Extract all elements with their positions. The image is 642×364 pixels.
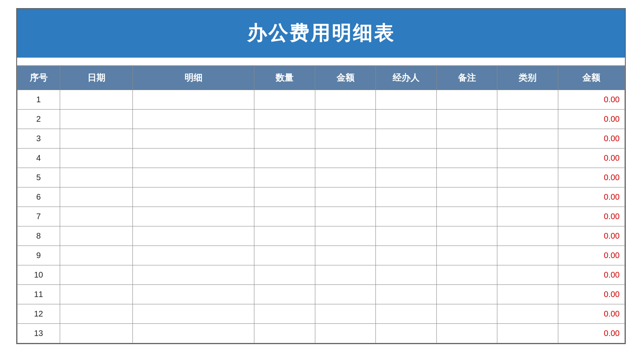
row-cell[interactable] — [376, 207, 437, 226]
row-cell[interactable] — [436, 324, 497, 343]
row-cell[interactable] — [60, 110, 132, 129]
row-cell[interactable] — [60, 207, 132, 226]
row-cell[interactable] — [376, 129, 437, 149]
row-amount[interactable]: 0.00 — [558, 324, 625, 343]
row-index[interactable]: 12 — [17, 304, 60, 324]
row-cell[interactable] — [315, 207, 376, 226]
row-cell[interactable] — [436, 168, 497, 187]
row-amount[interactable]: 0.00 — [558, 187, 625, 207]
row-cell[interactable] — [315, 226, 376, 246]
row-cell[interactable] — [315, 265, 376, 285]
row-cell[interactable] — [133, 285, 254, 304]
row-index[interactable]: 10 — [17, 265, 60, 285]
row-cell[interactable] — [315, 187, 376, 207]
row-cell[interactable] — [436, 285, 497, 304]
row-cell[interactable] — [254, 129, 315, 149]
row-cell[interactable] — [133, 226, 254, 246]
row-cell[interactable] — [60, 304, 132, 324]
row-cell[interactable] — [60, 226, 132, 246]
row-cell[interactable] — [436, 129, 497, 149]
row-cell[interactable] — [60, 149, 132, 168]
row-cell[interactable] — [436, 149, 497, 168]
row-cell[interactable] — [497, 265, 558, 285]
row-cell[interactable] — [436, 246, 497, 265]
row-cell[interactable] — [376, 187, 437, 207]
row-amount[interactable]: 0.00 — [558, 149, 625, 168]
row-cell[interactable] — [60, 285, 132, 304]
row-cell[interactable] — [60, 90, 132, 110]
row-cell[interactable] — [133, 324, 254, 343]
row-cell[interactable] — [497, 168, 558, 187]
row-cell[interactable] — [376, 110, 437, 129]
row-amount[interactable]: 0.00 — [558, 246, 625, 265]
row-index[interactable]: 5 — [17, 168, 60, 187]
row-cell[interactable] — [436, 207, 497, 226]
row-index[interactable]: 2 — [17, 110, 60, 129]
row-cell[interactable] — [376, 324, 437, 343]
row-cell[interactable] — [497, 324, 558, 343]
row-index[interactable]: 9 — [17, 246, 60, 265]
row-cell[interactable] — [436, 304, 497, 324]
row-cell[interactable] — [376, 90, 437, 110]
row-cell[interactable] — [133, 304, 254, 324]
row-cell[interactable] — [497, 129, 558, 149]
row-cell[interactable] — [254, 168, 315, 187]
row-cell[interactable] — [497, 246, 558, 265]
row-cell[interactable] — [254, 207, 315, 226]
row-cell[interactable] — [497, 304, 558, 324]
row-cell[interactable] — [254, 110, 315, 129]
row-cell[interactable] — [497, 90, 558, 110]
row-cell[interactable] — [60, 324, 132, 343]
row-cell[interactable] — [436, 110, 497, 129]
row-index[interactable]: 11 — [17, 285, 60, 304]
row-cell[interactable] — [315, 324, 376, 343]
row-cell[interactable] — [497, 110, 558, 129]
row-cell[interactable] — [497, 285, 558, 304]
row-cell[interactable] — [376, 149, 437, 168]
row-cell[interactable] — [315, 246, 376, 265]
row-cell[interactable] — [254, 285, 315, 304]
row-cell[interactable] — [436, 90, 497, 110]
row-cell[interactable] — [254, 265, 315, 285]
row-cell[interactable] — [497, 207, 558, 226]
row-cell[interactable] — [60, 168, 132, 187]
row-cell[interactable] — [254, 90, 315, 110]
row-cell[interactable] — [497, 226, 558, 246]
row-cell[interactable] — [315, 285, 376, 304]
row-cell[interactable] — [376, 265, 437, 285]
row-index[interactable]: 8 — [17, 226, 60, 246]
row-amount[interactable]: 0.00 — [558, 90, 625, 110]
row-cell[interactable] — [133, 149, 254, 168]
row-cell[interactable] — [133, 246, 254, 265]
row-cell[interactable] — [315, 149, 376, 168]
row-amount[interactable]: 0.00 — [558, 285, 625, 304]
row-cell[interactable] — [497, 149, 558, 168]
row-cell[interactable] — [315, 110, 376, 129]
row-cell[interactable] — [60, 187, 132, 207]
row-amount[interactable]: 0.00 — [558, 304, 625, 324]
row-cell[interactable] — [133, 110, 254, 129]
row-cell[interactable] — [315, 90, 376, 110]
row-amount[interactable]: 0.00 — [558, 207, 625, 226]
row-cell[interactable] — [254, 324, 315, 343]
row-amount[interactable]: 0.00 — [558, 129, 625, 149]
row-cell[interactable] — [133, 207, 254, 226]
row-amount[interactable]: 0.00 — [558, 110, 625, 129]
row-cell[interactable] — [254, 304, 315, 324]
row-cell[interactable] — [60, 246, 132, 265]
row-cell[interactable] — [315, 304, 376, 324]
row-cell[interactable] — [254, 149, 315, 168]
row-cell[interactable] — [254, 246, 315, 265]
row-cell[interactable] — [436, 187, 497, 207]
row-cell[interactable] — [133, 187, 254, 207]
row-cell[interactable] — [376, 246, 437, 265]
row-cell[interactable] — [60, 129, 132, 149]
row-cell[interactable] — [254, 226, 315, 246]
row-index[interactable]: 3 — [17, 129, 60, 149]
row-cell[interactable] — [315, 129, 376, 149]
row-cell[interactable] — [436, 265, 497, 285]
row-index[interactable]: 6 — [17, 187, 60, 207]
row-cell[interactable] — [315, 168, 376, 187]
row-cell[interactable] — [376, 168, 437, 187]
row-index[interactable]: 4 — [17, 149, 60, 168]
